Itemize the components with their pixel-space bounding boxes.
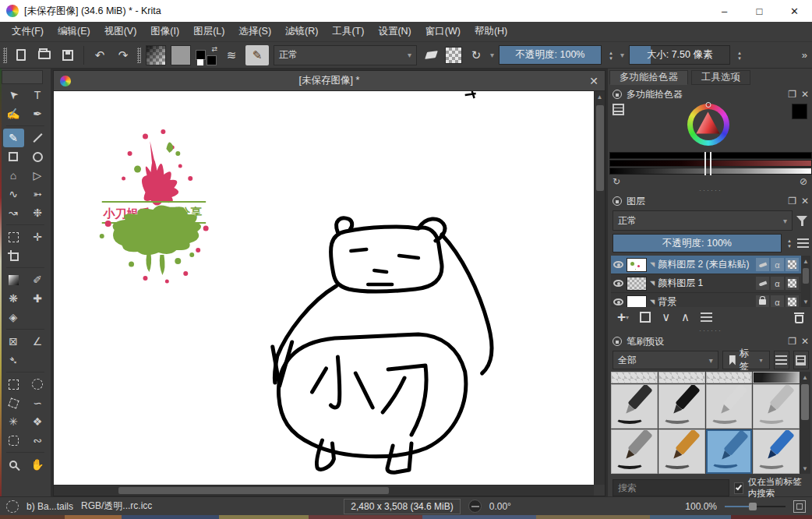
redo-button[interactable]: ↷ [114, 45, 132, 65]
menu-item-11[interactable]: 帮助(H) [468, 25, 514, 38]
assistants-tool[interactable]: ⊠ [3, 332, 24, 351]
freehand-path-tool[interactable]: ➳ [27, 185, 48, 203]
brush-scroll-thumb[interactable] [801, 384, 809, 420]
menu-item-2[interactable]: 编辑(E) [51, 25, 97, 38]
display-mode-button[interactable] [774, 351, 789, 369]
layer-alpha-badge[interactable]: α [771, 295, 784, 307]
brush-preset-ink-brush[interactable] [658, 384, 705, 429]
ellipse-select-tool[interactable] [27, 375, 48, 394]
layer-row-2[interactable]: ◥颜料图层 1α [611, 274, 801, 293]
bezier-curve-tool[interactable]: ∿ [3, 185, 24, 203]
zoom-percent-value[interactable]: 100.0% [685, 501, 717, 512]
layer-alpha-checker-badge[interactable] [786, 258, 799, 271]
bezier-select-tool[interactable] [3, 431, 24, 450]
pan-tool[interactable]: ✋ [27, 455, 48, 474]
layer-lock-badge[interactable] [756, 295, 769, 307]
dynamic-brush-tool[interactable]: ↝ [3, 203, 24, 222]
default-colors-mini[interactable] [197, 59, 203, 65]
edit-brush-settings-button[interactable]: ✎ [245, 45, 269, 65]
layer-thumbnail[interactable] [627, 258, 647, 272]
refresh-icon[interactable]: ↻ [613, 176, 620, 187]
hue-handle-icon[interactable] [705, 102, 711, 108]
layer-name[interactable]: 背景 [658, 295, 753, 307]
brush-option-slider-button[interactable]: ≋ [222, 45, 241, 65]
fill-tool[interactable]: ◈ [3, 308, 24, 327]
layer-alpha-checker-badge[interactable] [786, 295, 799, 307]
ellipse-tool[interactable] [27, 147, 48, 166]
brush-size-slider[interactable]: 大小: 7.50 像素 [629, 45, 730, 65]
eraser-mode-button[interactable] [422, 45, 440, 65]
preserve-alpha-button[interactable] [445, 47, 462, 64]
new-document-button[interactable] [12, 45, 30, 65]
layer-thumbnail[interactable] [627, 277, 647, 291]
toolbar-drag-handle[interactable] [137, 48, 141, 63]
gradient-chooser-button[interactable] [146, 45, 166, 65]
float-docker-icon[interactable]: ❐ [788, 196, 796, 207]
canvas[interactable]: 小刀娱乐 乐于分享 [54, 91, 594, 485]
scroll-up-icon[interactable]: ▲ [801, 256, 810, 267]
similar-color-select-tool[interactable]: ❖ [27, 412, 48, 431]
canvas-rotation-icon[interactable] [468, 500, 482, 513]
layer-filter-icon[interactable] [796, 215, 809, 227]
docker-splitter[interactable]: ······ [609, 187, 812, 193]
selection-display-icon[interactable] [6, 500, 19, 513]
brush-preset-eraser-small[interactable] [706, 372, 753, 383]
tab-advanced-color-selector[interactable]: 多功能拾色器 [609, 70, 688, 85]
fg-bg-color-widget[interactable]: ⇄ [196, 45, 217, 65]
menu-item-8[interactable]: 工具(T) [325, 25, 371, 38]
menu-item-7[interactable]: 滤镜(R) [278, 25, 325, 38]
reference-images-tool[interactable]: ➴ [3, 351, 24, 369]
duplicate-layer-button[interactable] [640, 312, 651, 323]
pattern-chooser-button[interactable] [171, 45, 191, 65]
brush-preset-wet-bristle-brush[interactable] [611, 429, 658, 474]
docker-lock-icon[interactable] [613, 90, 622, 99]
polygon-tool[interactable]: ⌂ [3, 166, 24, 185]
layer-list-scrollbar[interactable]: ▲ ▼ [801, 256, 810, 307]
open-document-button[interactable] [35, 45, 54, 65]
chevron-down-icon[interactable]: ▾ [620, 51, 624, 59]
toolbar-drag-handle[interactable] [3, 48, 7, 63]
layer-inherit-alpha-badge[interactable] [756, 258, 769, 271]
brush-preset-oil-brush[interactable] [658, 429, 705, 474]
layer-alpha-badge[interactable]: α [771, 277, 784, 290]
rotation-angle-value[interactable]: 0.00° [489, 501, 511, 512]
color-settings-icon[interactable] [613, 104, 624, 115]
brush-preset-color-pencil[interactable] [753, 429, 800, 474]
brush-filter-combo[interactable]: 全部 ▾ [613, 351, 718, 369]
polyline-tool[interactable]: ▷ [27, 166, 48, 185]
toolbox-drag-header[interactable] [2, 70, 43, 84]
scroll-up-icon[interactable]: ▲ [800, 372, 810, 383]
polygon-select-tool[interactable] [3, 394, 24, 412]
color-sampler-tool[interactable]: ✐ [27, 270, 48, 289]
search-scope-checkbox[interactable] [734, 482, 743, 494]
select-shapes-tool[interactable]: ➤ [3, 86, 24, 104]
blocked-icon[interactable]: ⊘ [800, 176, 807, 187]
brush-size-spinner[interactable]: ▴▾ [735, 50, 744, 61]
undo-button[interactable]: ↶ [90, 45, 109, 65]
line-tool[interactable] [27, 129, 48, 147]
brush-preset-ink-pen[interactable] [611, 384, 658, 429]
multibrush-tool[interactable]: ❉ [27, 203, 48, 222]
layer-row-3[interactable]: ◥背景α [611, 293, 801, 307]
move-layer-up-button[interactable]: ∧ [681, 310, 690, 324]
layer-alpha-checker-badge[interactable] [786, 277, 799, 290]
tab-tool-options[interactable]: 工具选项 [691, 70, 750, 85]
layer-scroll-thumb[interactable] [803, 268, 809, 284]
brush-grid-scrollbar[interactable]: ▲ ▼ [800, 372, 810, 474]
layer-opacity-spinner[interactable]: ▴▾ [785, 238, 794, 249]
blending-mode-combo[interactable]: 正常 ▾ [274, 45, 417, 65]
zoom-tool[interactable] [3, 455, 24, 474]
vertical-scroll-thumb[interactable] [596, 105, 604, 191]
swap-colors-icon[interactable]: ⇄ [211, 45, 217, 53]
minimize-button[interactable]: – [707, 0, 742, 22]
menu-item-1[interactable]: 文件(F) [5, 25, 51, 38]
chevron-down-icon[interactable]: ▾ [490, 51, 494, 59]
tags-button[interactable]: 标签 ▾ [722, 351, 770, 369]
layer-alpha-badge[interactable]: α [771, 258, 784, 271]
layer-name[interactable]: 颜料图层 1 [658, 277, 753, 290]
add-layer-button[interactable]: +▾ [617, 311, 629, 323]
brush-preset-water-brush[interactable] [706, 429, 753, 474]
opacity-spinner[interactable]: ▴▾ [606, 50, 616, 61]
layer-visibility-icon[interactable] [613, 298, 623, 305]
close-docker-icon[interactable]: ✕ [801, 89, 809, 100]
